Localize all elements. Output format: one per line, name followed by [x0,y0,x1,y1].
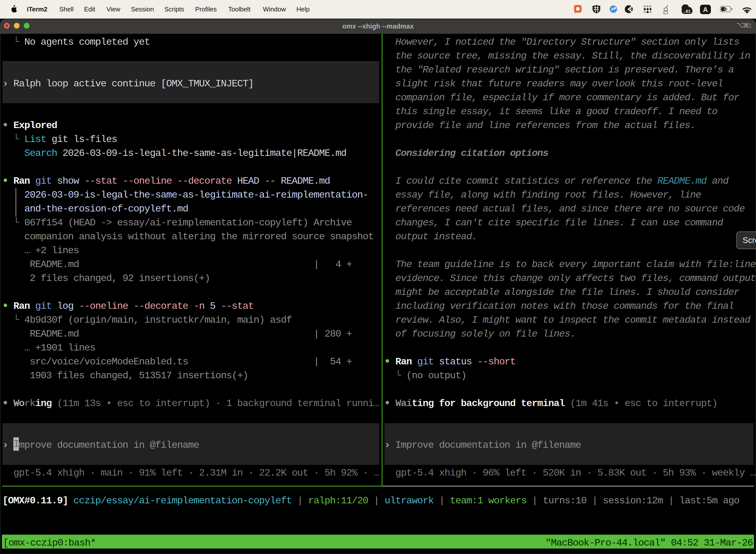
svg-text:..61: ..61 [684,9,691,14]
svg-text:A: A [703,6,708,13]
svg-text:1: 1 [749,22,752,29]
